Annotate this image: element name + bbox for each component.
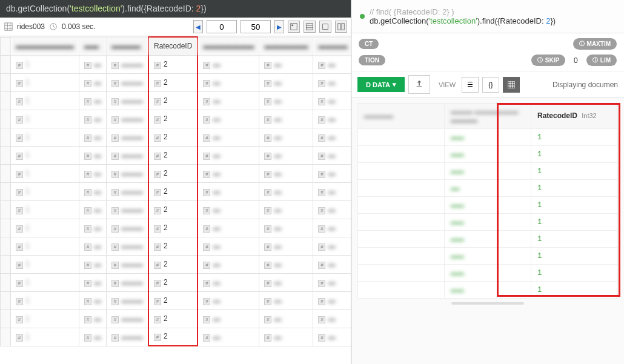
table-row[interactable]: #1#▬#▬▬▬#2#▬#▬#▬ [1, 182, 351, 200]
cell: #▬ [313, 55, 351, 73]
tool-btn-4[interactable] [335, 21, 347, 33]
status-bar: rides003 0.003 sec. ◀ ▶ [0, 18, 351, 36]
svg-rect-8 [291, 24, 297, 30]
column-ratecodeid[interactable]: RatecodeID [148, 37, 197, 55]
table-row[interactable]: #1#▬#▬▬▬#2#▬#▬#▬ [1, 200, 351, 219]
cell: #▬ [259, 91, 313, 110]
cell-ratecodeid-right: 1 [531, 146, 618, 163]
cell: #▬▬▬ [107, 55, 149, 73]
scrollbar[interactable] [451, 302, 524, 305]
skip-pill[interactable]: ⓘSKIP [531, 55, 565, 66]
cell: #▬ [79, 309, 107, 328]
table-row[interactable]: ▬▬▬1 [358, 129, 618, 146]
cell: #▬ [259, 146, 313, 164]
table-row[interactable]: #1#▬#▬▬▬#2#▬#▬#▬ [1, 146, 351, 164]
run-dot-icon[interactable] [360, 14, 365, 19]
cell: #▬ [197, 110, 259, 128]
prev-page-button[interactable]: ◀ [193, 20, 203, 33]
tion-pill[interactable]: TION [359, 55, 385, 65]
cell: #▬ [197, 255, 259, 273]
cell: #▬▬▬ [107, 219, 149, 237]
cell-ratecodeid: #2 [148, 273, 197, 291]
cell-ratecodeid-right: 1 [531, 129, 618, 146]
tool-btn-2[interactable] [304, 21, 316, 33]
table-row[interactable]: ▬▬1 [358, 180, 618, 197]
table-row[interactable]: #1#▬#▬▬▬#2#▬#▬#▬ [1, 128, 351, 146]
cell: #▬ [197, 73, 259, 91]
cell: #▬ [259, 309, 313, 328]
cell: #▬ [313, 291, 351, 309]
table-row[interactable]: #1#▬#▬▬▬#2#▬#▬#▬ [1, 219, 351, 237]
cell: #1 [11, 73, 79, 91]
table-row[interactable]: #1#▬#▬▬▬#2#▬#▬#▬ [1, 309, 351, 328]
cell-ratecodeid: #2 [148, 164, 197, 182]
tool-btn-3[interactable] [319, 21, 331, 33]
column-ratecodeid-right[interactable]: RatecodeID Int32 [531, 104, 618, 129]
cell-ratecodeid-right: 1 [531, 180, 618, 197]
table-row[interactable]: ▬▬▬1 [358, 282, 618, 299]
clock-icon [48, 22, 58, 31]
table-row[interactable]: ▬▬▬1 [358, 146, 618, 163]
table-row[interactable]: #1#▬#▬▬▬#2#▬#▬#▬ [1, 273, 351, 291]
table-row[interactable]: #1#▬#▬▬▬#2#▬#▬#▬ [1, 291, 351, 309]
table-row[interactable]: ▬▬▬1 [358, 214, 618, 231]
query-bar[interactable]: db.getCollection('testcollection').find(… [0, 0, 351, 18]
column-header[interactable]: ▬▬ [79, 37, 107, 55]
cell: #▬ [313, 164, 351, 182]
cell-ratecodeid: #2 [148, 291, 197, 309]
cell: #▬ [79, 200, 107, 219]
table-row[interactable]: #1#▬#▬▬▬#2#▬#▬#▬ [1, 110, 351, 128]
column-header-right[interactable]: ▬▬▬▬ [358, 104, 445, 129]
column-header-right[interactable]: ▬▬▬ ▬▬▬▬▬▬ ▬▬▬▬ [445, 104, 531, 129]
limit-pill[interactable]: ⓘLIM [586, 55, 617, 66]
table-row[interactable]: #1#▬#▬▬▬#2#▬#▬#▬ [1, 73, 351, 91]
table-row[interactable]: #1#▬#▬▬▬#2#▬#▬#▬ [1, 328, 351, 346]
table-row[interactable]: #1#▬#▬▬▬#2#▬#▬#▬ [1, 164, 351, 182]
svg-rect-0 [5, 23, 12, 30]
maxtime-pill[interactable]: ⓘMAXTIM [573, 38, 617, 50]
table-row[interactable]: ▬▬▬1 [358, 248, 618, 265]
table-row[interactable]: #1#▬#▬▬▬#2#▬#▬#▬ [1, 255, 351, 273]
column-header[interactable]: ▬▬▬▬▬▬▬▬ [11, 37, 79, 55]
table-row[interactable]: #1#▬#▬▬▬#2#▬#▬#▬ [1, 55, 351, 73]
table-row[interactable]: ▬▬▬1 [358, 197, 618, 214]
cell: #▬▬▬ [107, 73, 149, 91]
cell: #1 [11, 219, 79, 237]
table-row[interactable]: #1#▬#▬▬▬#2#▬#▬#▬ [1, 91, 351, 110]
table-row[interactable]: ▬▬▬1 [358, 163, 618, 180]
cell: #▬▬▬ [107, 328, 149, 346]
cell: #▬ [259, 73, 313, 91]
offset-input[interactable] [207, 20, 237, 33]
query-db: db [6, 4, 16, 13]
view-list-button[interactable]: ☰ [462, 77, 479, 93]
upload-button[interactable] [408, 75, 430, 94]
right-query-area[interactable]: // find( {RatecodeID: 2} ) db.getCollect… [351, 0, 624, 33]
left-results-table[interactable]: ▬▬▬▬▬▬▬▬▬▬▬▬▬▬RatecodeID▬▬▬▬▬▬▬▬▬▬▬▬▬▬▬▬… [0, 36, 351, 364]
add-data-button[interactable]: D DATA ▾ [357, 77, 405, 92]
column-header[interactable]: ▬▬▬▬ [107, 37, 149, 55]
view-label: VIEW [439, 81, 456, 88]
cell: #▬ [313, 128, 351, 146]
cell: #▬ [197, 200, 259, 219]
cell: #▬ [197, 91, 259, 110]
column-header[interactable]: ▬▬▬▬ [313, 37, 351, 55]
limit-input[interactable] [241, 20, 271, 33]
cell: #1 [11, 55, 79, 73]
column-header[interactable]: ▬▬▬▬▬▬▬ [197, 37, 259, 55]
tool-btn-1[interactable] [288, 21, 300, 33]
cell: #▬ [197, 146, 259, 164]
query-getc: .getCollection( [16, 4, 70, 13]
table-row[interactable]: ▬▬▬1 [358, 231, 618, 248]
collection-name: rides003 [17, 22, 45, 31]
table-row[interactable]: #1#▬#▬▬▬#2#▬#▬#▬ [1, 237, 351, 255]
next-page-button[interactable]: ▶ [274, 20, 284, 33]
cell-ratecodeid-right: 1 [531, 214, 618, 231]
table-row[interactable]: ▬▬▬1 [358, 265, 618, 282]
cell-ratecodeid: #2 [148, 55, 197, 73]
cell: #▬ [79, 91, 107, 110]
right-results[interactable]: ▬▬▬▬ ▬▬▬ ▬▬▬▬▬▬ ▬▬▬▬RatecodeID Int32 ▬▬▬… [351, 98, 624, 364]
column-header[interactable]: ▬▬▬▬▬▬ [259, 37, 313, 55]
view-table-button[interactable] [503, 77, 520, 93]
cell: #1 [11, 146, 79, 164]
view-json-button[interactable]: {} [482, 77, 499, 93]
